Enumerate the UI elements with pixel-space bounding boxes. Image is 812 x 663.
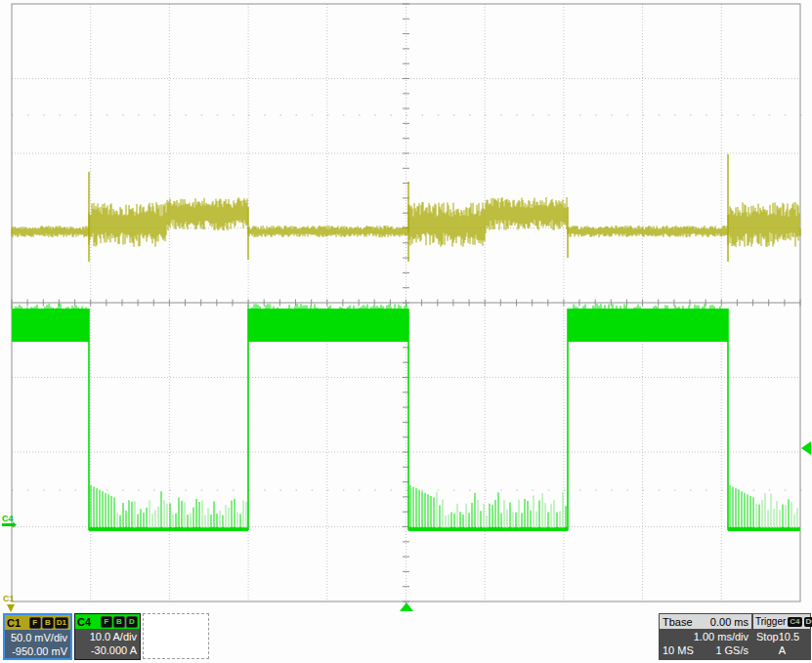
c1-badges: F B D1 (29, 617, 68, 629)
trigger-descriptor[interactable]: Trigger C4 DC Stop 10.5 A Edge Neg (752, 613, 811, 660)
c1-trace[interactable] (12, 154, 800, 262)
c4-header[interactable]: C4 F B D (75, 614, 140, 629)
c4-badge-f: F (101, 616, 112, 628)
channel-c1-label: C1 (7, 617, 21, 629)
c4-offset: -30.000 A (75, 643, 137, 657)
trigger-level-marker[interactable] (801, 441, 811, 455)
trigger-settings: Stop 10.5 A Edge Neg (753, 629, 810, 663)
trigger-badges: C4 DC (786, 617, 812, 627)
trigger-time-marker[interactable] (400, 602, 413, 611)
trigger-source-badge: C4 (788, 617, 801, 627)
channel-descriptor-c1[interactable]: C1 F B D1 50.0 mV/div -950.00 mV (3, 613, 72, 660)
tbase-samples: 10 MS (662, 643, 694, 657)
trigger-header[interactable]: Trigger C4 DC (753, 614, 810, 629)
timebase-descriptor[interactable]: Tbase 0.00 ms 1.00 ms/div 10 MS 1 GS/s (659, 613, 752, 660)
channel-c4-label: C4 (77, 616, 91, 628)
tbase-scale: 1.00 ms/div (662, 630, 748, 643)
c1-offset: -950.00 mV (5, 644, 67, 658)
c1-settings: 50.0 mV/div -950.00 mV (5, 630, 70, 658)
trigger-slope: Neg (788, 657, 807, 663)
c1-badge-f: F (29, 617, 41, 629)
c1-header[interactable]: C1 F B D1 (5, 615, 70, 630)
tbase-rate: 1 GS/s (715, 643, 748, 657)
c4-badge-d: D (126, 616, 138, 628)
svg-text:C4: C4 (2, 514, 14, 523)
channel-descriptor-c4[interactable]: C4 F B D 10.0 A/div -30.000 A (74, 613, 141, 660)
tbase-header[interactable]: Tbase 0.00 ms (660, 614, 751, 629)
trigger-coupling-badge: DC (804, 617, 812, 627)
waveform-display-area: C4C1 (0, 0, 812, 663)
svg-text:C1: C1 (3, 594, 15, 603)
c1-badge-d1: D1 (55, 617, 68, 629)
c1-badge-b: B (42, 617, 54, 629)
empty-descriptor-slot[interactable] (143, 613, 209, 659)
c4-position-marker[interactable]: C4 (2, 514, 17, 528)
tbase-delay: 0.00 ms (710, 616, 748, 628)
tbase-label: Tbase (662, 616, 693, 628)
c4-scale: 10.0 A/div (75, 630, 137, 643)
tbase-settings: 1.00 ms/div 10 MS 1 GS/s (660, 629, 751, 658)
c4-badges: F B D (101, 616, 138, 628)
trigger-level: 10.5 A (779, 630, 807, 657)
c1-scale: 50.0 mV/div (5, 631, 67, 644)
trigger-label: Trigger (755, 616, 786, 627)
trigger-edge-label: Edge (756, 657, 782, 663)
trigger-mode: Stop (756, 630, 779, 657)
c1-position-marker[interactable]: C1 (3, 594, 15, 612)
c4-settings: 10.0 A/div -30.000 A (75, 629, 140, 657)
c4-badge-b: B (113, 616, 125, 628)
oscilloscope-screen: C4C1 C1 F B D1 50.0 mV/div -950.00 mV C4… (0, 0, 812, 663)
